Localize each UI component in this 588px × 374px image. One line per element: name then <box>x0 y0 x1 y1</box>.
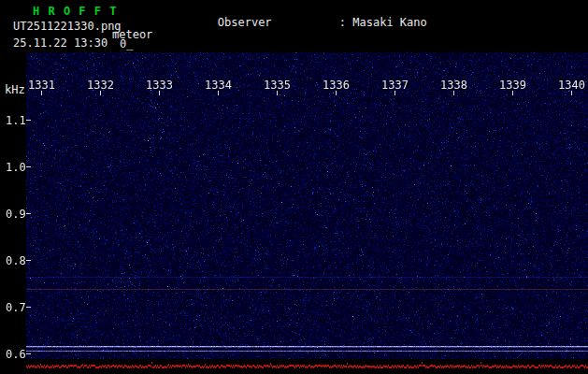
time-tick-label: 1337 <box>381 79 409 92</box>
freq-tick-label: 0.7 <box>6 301 26 314</box>
app-title: H R O F F T <box>33 5 117 18</box>
freq-tick-label: 0.9 <box>6 208 26 221</box>
datetime-label: 25.11.22 13:30 <box>13 36 108 50</box>
info-label: Observer <box>218 17 339 29</box>
marker-line <box>26 289 588 290</box>
time-tick-label: 1338 <box>440 79 467 92</box>
time-tick-label: 1333 <box>146 79 173 92</box>
time-tick-mark <box>159 91 160 95</box>
time-tick-label: 1332 <box>87 79 114 92</box>
time-tick-mark <box>453 91 454 95</box>
time-tick-mark <box>100 91 101 95</box>
time-tick-label: 1335 <box>264 79 291 92</box>
freq-tick-label: 1.1 <box>6 114 26 127</box>
freq-tick-mark <box>26 213 31 214</box>
time-tick-mark <box>277 91 278 95</box>
time-tick-label: 1331 <box>28 79 55 92</box>
time-tick-label: 1339 <box>499 79 526 92</box>
signal-level-canvas <box>26 359 588 374</box>
time-tick-label: 1336 <box>323 79 350 92</box>
spectrogram-canvas <box>26 52 588 359</box>
info-value: Masaki Kano <box>352 16 426 29</box>
freq-unit-label: kHz <box>5 83 25 96</box>
time-tick-mark <box>218 91 219 95</box>
time-tick-mark <box>571 91 572 95</box>
freq-tick-mark <box>26 260 31 261</box>
freq-tick-label: 0.6 <box>6 348 26 361</box>
output-filename: UT2511221330.png <box>13 20 122 33</box>
time-tick-mark <box>41 91 42 95</box>
info-separator: : <box>339 16 352 29</box>
freq-tick-mark <box>26 166 31 167</box>
hrofft-screen: H R O F F T UT2511221330.png meteor 25.1… <box>0 0 588 374</box>
freq-tick-label: 0.8 <box>6 254 26 267</box>
time-tick-label: 1340 <box>558 79 585 92</box>
freq-tick-label: 1.0 <box>6 161 26 174</box>
echo-counter: 0_ <box>120 37 133 50</box>
freq-tick-mark <box>26 353 31 354</box>
info-row: Observer: Masaki Kano <box>164 5 562 40</box>
freq-tick-mark <box>26 307 31 308</box>
time-tick-label: 1334 <box>205 79 232 92</box>
time-tick-mark <box>394 91 395 95</box>
freq-tick-mark <box>26 120 31 121</box>
time-tick-mark <box>336 91 337 95</box>
time-tick-mark <box>512 91 513 95</box>
